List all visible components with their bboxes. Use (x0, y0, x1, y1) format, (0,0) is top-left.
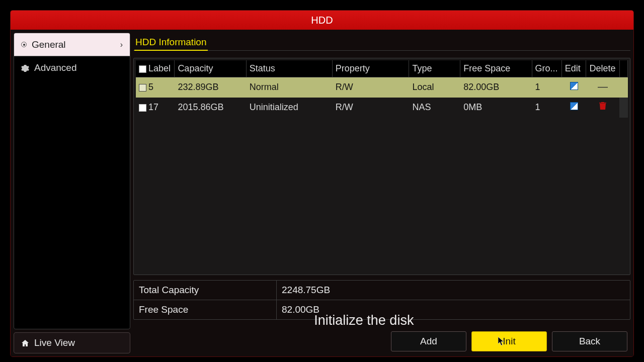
col-property[interactable]: Property (332, 60, 409, 77)
svg-rect-0 (601, 105, 602, 109)
col-group[interactable]: Gro... (532, 60, 561, 77)
table-empty-area (136, 118, 628, 273)
cell-status: Uninitialized (246, 98, 332, 118)
home-icon (21, 339, 29, 347)
summary-panel: Total Capacity 2248.75GB Free Space 82.0… (133, 280, 630, 320)
tab-bar: HDD Information (133, 33, 630, 51)
summary-value: 2248.75GB (277, 281, 630, 300)
table-header-row: Label Capacity Status Property Type Free… (136, 60, 628, 77)
sidebar-item-general[interactable]: General › (14, 33, 130, 56)
header-text: Gro... (535, 63, 558, 73)
row-checkbox[interactable] (139, 104, 146, 112)
cell-free: 0MB (460, 98, 532, 118)
delete-disabled-icon: — (598, 81, 608, 92)
edit-icon[interactable] (570, 102, 578, 110)
app-body: General › Advanced Live View (11, 30, 633, 356)
main-panel: HDD Information Label Capacity Status P (133, 33, 630, 353)
hdd-table-panel: Label Capacity Status Property Type Free… (133, 58, 630, 275)
row-checkbox[interactable] (139, 84, 146, 92)
window-title: HDD (311, 15, 333, 26)
col-delete[interactable]: Delete (586, 60, 619, 77)
header-text: Property (336, 63, 370, 73)
hdd-table: Label Capacity Status Property Type Free… (136, 60, 628, 118)
table-row[interactable]: 17 2015.86GB Uninitialized R/W NAS 0MB 1 (136, 98, 628, 118)
header-text: Type (412, 63, 432, 73)
live-view-label: Live View (34, 337, 75, 348)
init-button[interactable]: Init (471, 331, 547, 351)
header-text: Status (250, 63, 275, 73)
scrollbar-gutter[interactable] (619, 77, 627, 98)
sidebar-item-label: General (32, 39, 66, 50)
cell-status: Normal (246, 77, 332, 98)
sidebar-nav: General › Advanced (14, 33, 130, 329)
col-capacity[interactable]: Capacity (175, 60, 246, 77)
cell-type: Local (409, 77, 460, 98)
summary-row-total: Total Capacity 2248.75GB (134, 281, 630, 300)
col-type[interactable]: Type (409, 60, 460, 77)
summary-key: Total Capacity (134, 281, 277, 300)
col-edit[interactable]: Edit (561, 60, 586, 77)
cell-capacity: 232.89GB (175, 77, 246, 98)
cursor-icon (498, 337, 505, 346)
svg-rect-2 (604, 105, 604, 109)
cell-capacity: 2015.86GB (175, 98, 246, 118)
back-button[interactable]: Back (552, 331, 627, 351)
tab-hdd-information[interactable]: HDD Information (134, 35, 208, 51)
cell-property: R/W (332, 98, 409, 118)
select-all-checkbox[interactable] (139, 65, 146, 73)
sidebar-item-advanced[interactable]: Advanced (14, 56, 130, 79)
cell-label: 5 (148, 82, 153, 92)
cell-property: R/W (332, 77, 409, 98)
col-free-space[interactable]: Free Space (460, 60, 532, 77)
cell-label: 17 (148, 102, 158, 112)
header-text: Edit (565, 63, 581, 73)
svg-rect-1 (602, 105, 603, 109)
header-text: Capacity (178, 63, 213, 73)
gear-icon (21, 64, 29, 72)
live-view-button[interactable]: Live View (14, 332, 130, 353)
button-bar: Add Init Back (391, 331, 627, 351)
summary-key: Free Space (134, 300, 277, 319)
cell-group: 1 (532, 98, 561, 118)
app-window: HDD General › Advanced (10, 10, 634, 357)
header-text: Free Space (463, 63, 510, 73)
button-label: Add (420, 336, 437, 347)
table-row[interactable]: 5 232.89GB Normal R/W Local 82.00GB 1 — (136, 77, 628, 98)
col-label[interactable]: Label (136, 60, 175, 77)
header-text: Delete (589, 63, 615, 73)
cell-group: 1 (532, 77, 561, 98)
button-label: Back (579, 336, 600, 347)
radio-icon (21, 42, 27, 47)
summary-row-free: Free Space 82.00GB (134, 300, 630, 319)
tab-label: HDD Information (135, 37, 207, 47)
scrollbar-gutter (619, 60, 627, 77)
add-button[interactable]: Add (391, 331, 466, 351)
header-text: Label (148, 63, 171, 73)
col-status[interactable]: Status (246, 60, 332, 77)
edit-icon[interactable] (570, 82, 578, 90)
cell-type: NAS (409, 98, 460, 118)
chevron-right-icon: › (120, 40, 123, 49)
scrollbar-gutter[interactable] (619, 98, 627, 118)
sidebar: General › Advanced Live View (14, 33, 130, 353)
trash-icon[interactable] (599, 102, 606, 110)
cell-free: 82.00GB (460, 77, 532, 98)
sidebar-item-label: Advanced (34, 62, 77, 73)
summary-value: 82.00GB (277, 300, 630, 319)
title-bar: HDD (11, 11, 633, 30)
